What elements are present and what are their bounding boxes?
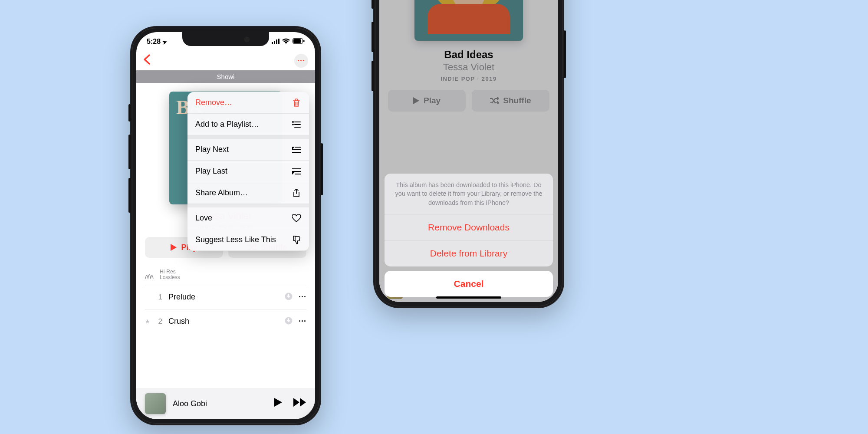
lossless-icon bbox=[145, 270, 156, 279]
track-title: Prelude bbox=[168, 293, 285, 302]
notch bbox=[182, 32, 269, 46]
track-row[interactable]: 1 Prelude ··· bbox=[145, 285, 306, 309]
play-icon bbox=[171, 244, 177, 251]
playlist-add-icon bbox=[292, 121, 301, 128]
forward-control-icon[interactable] bbox=[293, 398, 306, 409]
phone-right: Tessa Violet BAD IDEAS Bad Ideas Tessa V… bbox=[373, 0, 564, 308]
svg-rect-5 bbox=[293, 39, 301, 43]
track-more-icon[interactable]: ··· bbox=[299, 293, 306, 302]
track-number: 1 bbox=[153, 293, 162, 302]
side-button bbox=[128, 104, 131, 122]
download-icon[interactable] bbox=[285, 293, 293, 302]
track-number: 2 bbox=[153, 317, 162, 326]
volume-up-button bbox=[372, 22, 374, 52]
menu-play-next[interactable]: Play Next bbox=[187, 139, 309, 161]
more-button[interactable]: ··· bbox=[294, 54, 308, 68]
track-title: Crush bbox=[168, 317, 285, 326]
track-more-icon[interactable]: ··· bbox=[299, 317, 306, 326]
cellular-icon bbox=[272, 38, 279, 46]
heart-icon bbox=[292, 214, 301, 222]
back-button[interactable] bbox=[143, 54, 150, 68]
sheet-message: This album has been downloaded to this i… bbox=[385, 174, 553, 214]
side-button bbox=[372, 0, 374, 9]
now-playing-bar[interactable]: Aloo Gobi bbox=[136, 388, 315, 419]
audio-quality-badge: Hi-Res Lossless bbox=[136, 265, 315, 285]
action-sheet: This album has been downloaded to this i… bbox=[385, 174, 553, 297]
share-icon bbox=[292, 189, 301, 197]
status-time: 5:28 bbox=[147, 38, 161, 46]
location-icon: ➤ bbox=[161, 38, 168, 46]
home-indicator[interactable] bbox=[436, 296, 501, 299]
play-last-icon bbox=[292, 168, 301, 174]
menu-add-playlist[interactable]: Add to a Playlist… bbox=[187, 114, 309, 135]
menu-suggest-less[interactable]: Suggest Less Like This bbox=[187, 229, 309, 251]
now-playing-artwork bbox=[145, 393, 166, 414]
menu-love[interactable]: Love bbox=[187, 207, 309, 229]
context-menu: Remove… Add to a Playlist… Play Next Pla bbox=[187, 92, 309, 251]
svg-rect-2 bbox=[276, 39, 277, 44]
remove-downloads-button[interactable]: Remove Downloads bbox=[385, 214, 553, 240]
menu-share[interactable]: Share Album… bbox=[187, 182, 309, 204]
wifi-icon bbox=[282, 38, 290, 46]
track-row[interactable]: ★ 2 Crush ··· bbox=[145, 309, 306, 333]
svg-point-9 bbox=[292, 121, 294, 123]
svg-rect-6 bbox=[303, 40, 305, 42]
nav-bar: ··· bbox=[136, 51, 315, 70]
now-playing-title: Aloo Gobi bbox=[173, 399, 267, 408]
svg-rect-3 bbox=[278, 39, 279, 44]
thumbs-down-icon bbox=[292, 236, 301, 244]
svg-rect-1 bbox=[274, 41, 275, 44]
trash-icon bbox=[292, 99, 301, 107]
library-banner: Showi bbox=[136, 70, 315, 83]
volume-down-button bbox=[128, 178, 131, 213]
play-next-icon bbox=[292, 147, 301, 153]
star-icon: ★ bbox=[145, 318, 153, 325]
menu-play-last[interactable]: Play Last bbox=[187, 161, 309, 182]
download-icon[interactable] bbox=[285, 317, 293, 326]
volume-down-button bbox=[372, 61, 374, 91]
volume-up-button bbox=[128, 135, 131, 169]
delete-from-library-button[interactable]: Delete from Library bbox=[385, 240, 553, 266]
svg-rect-0 bbox=[272, 42, 273, 44]
battery-icon bbox=[293, 38, 305, 46]
cancel-button[interactable]: Cancel bbox=[385, 271, 553, 297]
menu-remove[interactable]: Remove… bbox=[187, 92, 309, 114]
power-button bbox=[321, 143, 323, 195]
phone-left: 5:28 ➤ ··· Showi bbox=[130, 26, 321, 425]
play-control-icon[interactable] bbox=[274, 398, 282, 409]
power-button bbox=[564, 30, 566, 78]
track-list: 1 Prelude ··· ★ 2 Crush ··· bbox=[136, 285, 315, 333]
